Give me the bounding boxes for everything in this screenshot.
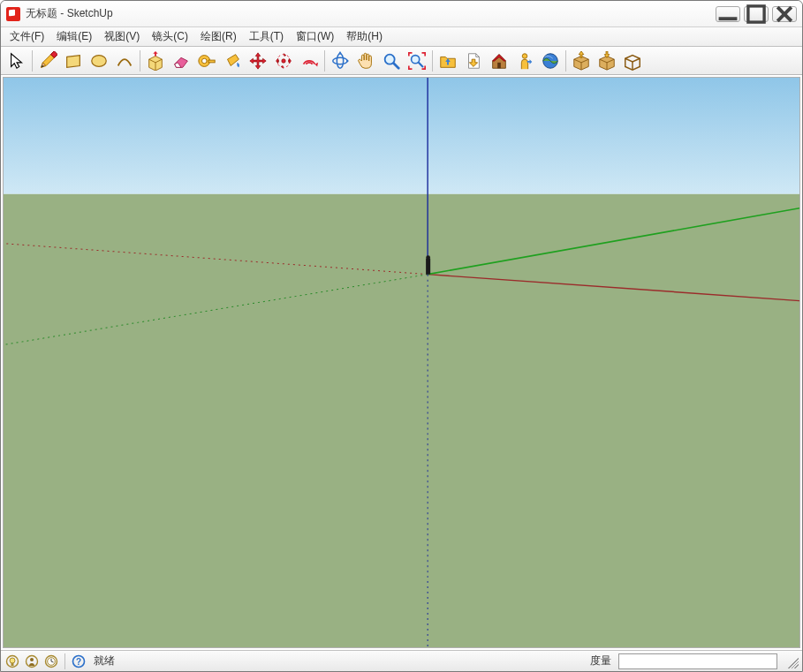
hint-person-icon[interactable] [24,653,40,669]
toolbar-sep [32,50,33,72]
svg-marker-8 [67,55,80,67]
minimize-button[interactable] [716,6,740,22]
menu-draw[interactable]: 绘图(R) [195,27,242,46]
arc-icon [115,51,134,71]
svg-point-16 [202,58,208,64]
pencil-icon [38,51,57,71]
box-up-icon [597,51,617,71]
menubar: 文件(F) 编辑(E) 视图(V) 镜头(C) 绘图(R) 工具(T) 窗口(W… [1,27,802,47]
hint-bulb-icon[interactable] [4,653,20,669]
toolbar-sep [565,50,566,72]
pan-tool[interactable] [353,49,378,73]
svg-point-26 [282,58,285,62]
toolbar [1,47,802,75]
import-button[interactable] [436,49,460,73]
menu-help[interactable]: 帮助(H) [341,27,388,46]
svg-point-67 [30,658,34,661]
svg-marker-12 [153,51,158,57]
svg-line-36 [419,62,423,66]
toolbar-sep [324,50,325,72]
offset-icon [299,51,319,71]
svg-point-42 [522,53,527,58]
paint-bucket-tool[interactable] [220,49,245,73]
scale-figure [426,255,430,274]
svg-rect-65 [11,663,14,666]
menu-file[interactable]: 文件(F) [4,27,49,46]
rectangle-icon [64,51,83,71]
export-button[interactable] [461,49,486,73]
svg-marker-19 [250,52,266,68]
orbit-tool[interactable] [328,49,352,73]
status-sep [64,653,65,669]
svg-point-29 [333,57,348,64]
move-icon [248,51,268,71]
svg-marker-32 [338,51,342,54]
push-pull-tool[interactable] [143,49,168,73]
zoom-icon [382,51,401,71]
svg-rect-1 [748,5,764,21]
menu-tools[interactable]: 工具(T) [244,27,289,46]
component-upload-button[interactable] [595,49,619,73]
svg-rect-17 [208,60,215,63]
eraser-icon [171,51,191,71]
scene-canvas [4,78,799,647]
svg-line-34 [394,63,399,68]
svg-point-62 [426,255,430,260]
rectangle-tool[interactable] [61,49,86,73]
move-tool[interactable] [246,49,270,73]
rotate-tool[interactable] [271,49,296,73]
tape-icon [197,51,216,71]
menu-camera[interactable]: 镜头(C) [147,27,193,46]
close-button[interactable] [772,6,797,22]
box-down-icon [572,51,591,71]
arc-tool[interactable] [112,49,137,73]
house-icon [489,51,509,71]
svg-point-30 [337,53,343,68]
component-download-button[interactable] [569,49,594,73]
eraser-tool[interactable] [169,49,193,73]
zoom-tool[interactable] [379,49,404,73]
app-window: 无标题 - SketchUp 文件(F) 编辑(E) 视图(V) 镜头(C) 绘… [0,0,803,672]
circle-tool[interactable] [87,49,111,73]
google-earth-button[interactable] [538,49,563,73]
place-person-button[interactable] [512,49,537,73]
window-title: 无标题 - SketchUp [26,6,716,21]
statusbar: ? 就绪 度量 [1,650,802,671]
menu-view[interactable]: 视图(V) [99,27,145,46]
tape-measure-tool[interactable] [194,49,219,73]
menu-edit[interactable]: 编辑(E) [51,27,97,46]
box-icon [146,51,165,71]
help-icon[interactable]: ? [71,653,87,669]
page-icon [464,51,483,71]
toolbar-sep [140,50,140,72]
menu-window[interactable]: 窗口(W) [291,27,339,46]
svg-rect-41 [497,62,501,67]
svg-point-9 [92,55,107,66]
circle-icon [89,51,109,71]
globe-icon [541,51,560,71]
offset-tool[interactable] [297,49,322,73]
resize-grip[interactable] [784,654,799,668]
vcb-input[interactable] [618,653,777,669]
hint-clock-icon[interactable] [43,653,59,669]
zoom-extents-icon [407,51,427,71]
select-tool[interactable] [4,49,29,73]
app-icon [6,7,20,21]
zoom-extents-tool[interactable] [405,49,429,73]
pencil-tool[interactable] [35,49,60,73]
warehouse-button[interactable] [487,49,511,73]
viewport[interactable] [3,77,800,648]
hand-icon [356,51,375,71]
svg-rect-53 [4,78,799,194]
bucket-icon [223,51,242,71]
titlebar: 无标题 - SketchUp [1,1,802,27]
svg-marker-31 [346,59,349,63]
maximize-button[interactable] [744,6,769,22]
status-text: 就绪 [90,653,118,668]
box-outline-icon [623,51,642,71]
svg-point-64 [10,658,15,663]
svg-marker-28 [314,62,318,66]
rotate-icon [274,51,293,71]
svg-rect-61 [426,259,430,275]
component-options-button[interactable] [620,49,645,73]
